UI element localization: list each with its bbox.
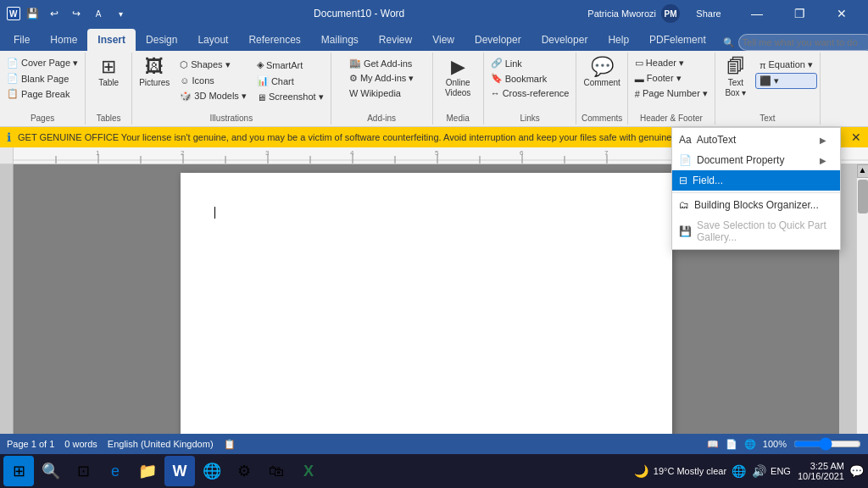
equation-btn[interactable]: π Equation ▾ (756, 58, 816, 72)
page-break-btn[interactable]: 📋 Page Break (3, 86, 73, 101)
field-icon: ⊟ (679, 175, 687, 186)
page-number-btn[interactable]: # Page Number ▾ (632, 86, 711, 101)
menu-item-field[interactable]: ⊟ Field... (672, 170, 840, 191)
share-button[interactable]: Share (683, 0, 734, 27)
view-web-icon[interactable]: 🌐 (744, 439, 756, 450)
title-bar-center: Document10 - Word (131, 8, 587, 19)
user-initials: PM (665, 9, 677, 19)
cross-reference-btn[interactable]: ↔ Cross-reference (487, 86, 573, 100)
smartart-btn[interactable]: ◈ SmartArt (253, 58, 327, 72)
restore-button[interactable]: ❐ (780, 0, 819, 27)
scroll-up-btn[interactable]: ▲ (857, 164, 869, 178)
customize-btn[interactable]: ▾ (110, 3, 131, 24)
edge-btn[interactable]: e (100, 456, 131, 486)
3d-models-btn[interactable]: 🎲 3D Models ▾ (176, 89, 250, 103)
bookmark-btn[interactable]: 🔖 Bookmark (487, 71, 551, 86)
tab-insert[interactable]: Insert (87, 29, 136, 51)
zoom-slider[interactable] (793, 437, 861, 451)
icons-btn[interactable]: ☺ Icons (176, 74, 250, 87)
quick-parts-icon: ⬛ (760, 75, 771, 86)
tab-file[interactable]: File (3, 29, 40, 51)
tab-developer2[interactable]: Developer (531, 29, 598, 51)
illustrations-group: 🖼 Pictures ⬡ Shapes ▾ ☺ Icons 🎲 3D Model… (132, 53, 331, 125)
tab-references[interactable]: References (238, 29, 310, 51)
user-area: Patricia Mworozi PM (587, 4, 680, 23)
table-btn[interactable]: ⊞ Table (92, 56, 125, 90)
close-button[interactable]: ✕ (822, 0, 861, 27)
scroll-thumb[interactable] (858, 180, 868, 214)
footer-btn[interactable]: ▬ Footer ▾ (632, 71, 685, 86)
taskbar-right: 🌙 19°C Mostly clear 🌐 🔊 ENG 3:25 AM 10/1… (633, 461, 865, 481)
cover-page-btn[interactable]: 📄 Cover Page ▾ (3, 56, 81, 70)
status-bar-right: 📖 📄 🌐 100% (707, 437, 861, 451)
autosave-btn[interactable]: A (88, 3, 108, 24)
addins-group-content: 🏬 Get Add-ins ⚙ My Add-ins ▾ W Wikipedia (346, 54, 417, 123)
wikipedia-icon: W (349, 88, 358, 98)
zoom-level: 100% (763, 439, 787, 449)
undo-quick-btn[interactable]: ↩ (44, 3, 64, 24)
taskview-btn[interactable]: ⊡ (68, 456, 98, 486)
save-selection-label: Save Selection to Quick Part Gallery... (697, 219, 826, 243)
user-avatar[interactable]: PM (661, 4, 680, 23)
header-btn[interactable]: ▭ Header ▾ (632, 56, 687, 70)
search-taskbar-btn[interactable]: 🔍 (36, 456, 66, 486)
tab-view[interactable]: View (422, 29, 465, 51)
tab-developer[interactable]: Developer (465, 29, 531, 51)
volume-icon[interactable]: 🔊 (750, 463, 767, 480)
tab-mailings[interactable]: Mailings (311, 29, 369, 51)
blank-page-btn[interactable]: 📄 Blank Page (3, 71, 72, 86)
save-quick-btn[interactable]: 💾 (22, 3, 42, 24)
menu-item-document-property[interactable]: 📄 Document Property ▶ (672, 150, 840, 170)
tab-home[interactable]: Home (40, 29, 87, 51)
pages-group-content: 📄 Cover Page ▾ 📄 Blank Page 📋 Page Break (3, 54, 81, 123)
quick-parts-btn[interactable]: ⬛ ▾ (756, 74, 816, 88)
tab-help[interactable]: Help (598, 29, 639, 51)
screenshot-btn[interactable]: 🖥 Screenshot ▾ (253, 90, 327, 104)
get-addins-icon: 🏬 (349, 58, 361, 69)
comments-group-label: Comments (576, 114, 626, 123)
link-icon: 🔗 (491, 58, 503, 69)
excel-btn[interactable]: X (293, 456, 324, 486)
shapes-icon: ⬡ (180, 59, 188, 70)
ribbon-tabs: File Home Insert Design Layout Reference… (0, 27, 868, 51)
minimize-button[interactable]: — (737, 0, 776, 27)
view-read-icon[interactable]: 📖 (707, 439, 719, 450)
wikipedia-btn[interactable]: W Wikipedia (346, 86, 404, 100)
my-addins-icon: ⚙ (349, 73, 358, 84)
weather-icon[interactable]: 🌙 (633, 463, 650, 480)
explorer-btn[interactable]: 📁 (132, 456, 163, 486)
get-addins-btn[interactable]: 🏬 Get Add-ins (346, 56, 415, 70)
view-print-icon[interactable]: 📄 (726, 439, 737, 450)
chart-btn[interactable]: 📊 Chart (253, 74, 327, 88)
chrome-btn[interactable]: 🌐 (197, 456, 227, 486)
text-box-btn[interactable]: 🗐 TextBox ▾ (719, 56, 753, 100)
link-btn[interactable]: 🔗 Link (487, 56, 526, 70)
notification-icon[interactable]: 💬 (848, 463, 865, 480)
tab-pdfelement[interactable]: PDFelement (639, 29, 716, 51)
text-group-label: Text (715, 114, 820, 123)
tab-review[interactable]: Review (369, 29, 422, 51)
comment-btn[interactable]: 💬 Comment (580, 56, 623, 90)
store-btn[interactable]: 🛍 (261, 456, 292, 486)
equation-field-col: π Equation ▾ ⬛ ▾ (756, 56, 816, 102)
word-taskbar-btn[interactable]: W (164, 456, 195, 486)
document-page[interactable] (181, 173, 672, 461)
info-bar-close[interactable]: ✕ (851, 130, 861, 144)
start-button[interactable]: ⊞ (3, 456, 34, 486)
online-videos-btn[interactable]: ▶ OnlineVideos (441, 56, 475, 100)
tab-design[interactable]: Design (136, 29, 187, 51)
my-addins-btn[interactable]: ⚙ My Add-ins ▾ (346, 71, 417, 86)
right-scrollbar[interactable]: ▲ ▼ (856, 164, 868, 468)
network-icon[interactable]: 🌐 (730, 463, 747, 480)
blank-page-icon: 📄 (7, 73, 19, 84)
ribbon-search-input[interactable] (738, 34, 868, 51)
redo-quick-btn[interactable]: ↪ (66, 3, 86, 24)
equation-icon: π (760, 60, 766, 70)
menu-item-autotext[interactable]: Aa AutoText ▶ (672, 130, 840, 150)
shapes-btn[interactable]: ⬡ Shapes ▾ (176, 58, 250, 72)
menu-item-building-blocks[interactable]: 🗂 Building Blocks Organizer... (672, 195, 840, 215)
taskbar: ⊞ 🔍 ⊡ e 📁 W 🌐 ⚙ 🛍 X 🌙 19°C Mostly clear … (0, 454, 868, 488)
settings-btn[interactable]: ⚙ (229, 456, 259, 486)
tab-layout[interactable]: Layout (187, 29, 238, 51)
pictures-btn[interactable]: 🖼 Pictures (136, 56, 173, 90)
